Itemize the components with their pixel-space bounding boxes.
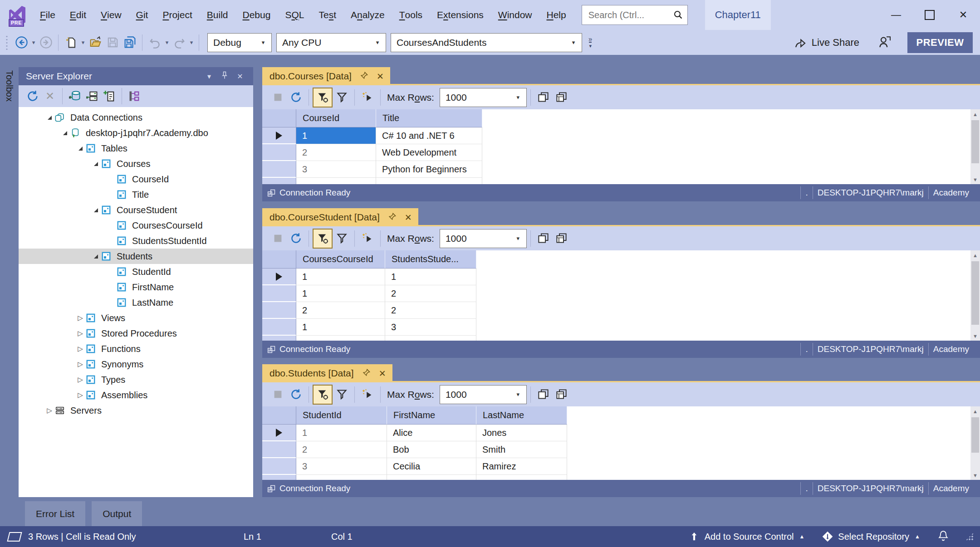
debug-config-combo[interactable]: Debug ▾ (207, 33, 272, 52)
table-row[interactable]: 22 (262, 302, 980, 319)
grid-cell[interactable]: 1 (296, 319, 385, 336)
account-icon[interactable] (877, 34, 892, 51)
row-selector-header[interactable] (262, 109, 296, 127)
column-header-coursescourseid[interactable]: CoursesCourseId (296, 250, 385, 269)
new-file-button[interactable] (62, 34, 79, 52)
collapsed-arrow-icon[interactable]: ▷ (44, 406, 55, 415)
tree-item-title[interactable]: Title (19, 187, 253, 202)
menu-file[interactable]: File (33, 0, 63, 30)
collapsed-arrow-icon[interactable]: ▷ (75, 376, 86, 384)
grid-cell[interactable] (476, 475, 567, 480)
new-row-placeholder[interactable] (262, 178, 980, 184)
grid-cell[interactable]: 2 (296, 144, 376, 161)
max-rows-combo[interactable]: 1000 ▾ (440, 229, 527, 248)
grid-cell[interactable] (296, 336, 385, 341)
tree-item-types[interactable]: ▷Types (19, 372, 253, 387)
navigate-back-button[interactable] (13, 34, 30, 52)
grid-cell[interactable]: Web Development (376, 144, 482, 161)
close-icon[interactable]: ✕ (405, 212, 412, 223)
menu-edit[interactable]: Edit (63, 0, 93, 30)
close-icon[interactable]: ✕ (377, 71, 384, 82)
open-file-button[interactable] (87, 34, 104, 52)
menu-test[interactable]: Test (311, 0, 343, 30)
refresh-button[interactable] (287, 229, 305, 248)
grid-cell[interactable]: 2 (385, 285, 476, 302)
grid-cell[interactable]: Smith (476, 441, 567, 458)
menu-view[interactable]: View (93, 0, 129, 30)
expanded-arrow-icon[interactable] (44, 113, 55, 122)
table-row[interactable]: 13 (262, 319, 980, 336)
stop-button[interactable] (269, 385, 287, 404)
tree-item-functions[interactable]: ▷Functions (19, 341, 253, 357)
scroll-down-icon[interactable]: ▼ (970, 331, 980, 341)
grid-cell[interactable]: 3 (296, 161, 376, 178)
tree-item-students[interactable]: Students (19, 249, 253, 264)
scrollbar-thumb[interactable] (971, 261, 979, 325)
tree-item-desktop-j1pqhr7-academy-dbo[interactable]: desktop-j1pqhr7.Academy.dbo (19, 125, 253, 141)
column-header-title[interactable]: Title (376, 109, 482, 127)
stop-button[interactable] (269, 229, 287, 248)
tree-item-data-connections[interactable]: Data Connections (19, 110, 253, 125)
run-script-button[interactable] (358, 88, 377, 107)
stop-refresh-button[interactable]: ✕ (41, 87, 59, 105)
tree-item-stored-procedures[interactable]: ▷Stored Procedures (19, 326, 253, 341)
redo-button[interactable] (171, 34, 188, 52)
row-selector[interactable] (262, 319, 296, 336)
filter-button[interactable] (333, 88, 351, 107)
filter-advanced-button[interactable] (313, 385, 333, 405)
platform-combo[interactable]: Any CPU ▾ (276, 33, 386, 52)
tree-item-courses[interactable]: Courses (19, 156, 253, 171)
redo-caret[interactable]: ▾ (188, 39, 195, 46)
run-script-button[interactable] (358, 385, 377, 404)
search-input[interactable] (588, 10, 673, 21)
add-to-source-control-button[interactable]: Add to Source Control ▲ (688, 531, 805, 542)
vertical-scrollbar[interactable]: ▲ ▼ (970, 109, 980, 184)
row-selector[interactable] (262, 441, 296, 458)
menu-debug[interactable]: Debug (235, 0, 278, 30)
minimize-button[interactable]: — (879, 0, 913, 30)
menu-sql[interactable]: SQL (278, 0, 311, 30)
row-selector[interactable] (262, 425, 296, 441)
show-script-pane-button[interactable] (534, 88, 553, 107)
column-header-studentsstude[interactable]: StudentsStude... (385, 250, 476, 269)
row-selector[interactable] (262, 269, 296, 285)
notifications-icon[interactable] (937, 530, 949, 544)
collapsed-arrow-icon[interactable]: ▷ (75, 345, 86, 353)
add-item-button[interactable] (101, 87, 118, 105)
grid-cell[interactable]: Alice (387, 425, 476, 441)
tree-item-assemblies[interactable]: ▷Assemblies (19, 387, 253, 403)
tree-item-servers[interactable]: ▷Servers (19, 403, 253, 418)
show-results-pane-button[interactable] (553, 88, 571, 107)
tree-item-views[interactable]: ▷Views (19, 310, 253, 326)
table-row[interactable]: 3CeciliaRamirez (262, 458, 980, 475)
row-selector-header[interactable] (262, 250, 296, 269)
menu-help[interactable]: Help (539, 0, 573, 30)
grid-cell[interactable] (385, 336, 476, 341)
new-file-caret[interactable]: ▾ (79, 39, 87, 46)
vertical-scrollbar[interactable]: ▲ ▼ (970, 406, 980, 480)
undo-button[interactable] (146, 34, 163, 52)
table-row[interactable]: 2BobSmith (262, 441, 980, 458)
show-script-pane-button[interactable] (534, 385, 553, 404)
resize-grip[interactable] (965, 532, 974, 541)
server-explorer-titlebar[interactable]: Server Explorer ▾ ✕ (19, 67, 253, 85)
filter-advanced-button[interactable] (313, 88, 333, 107)
refresh-button[interactable] (287, 88, 305, 107)
grid-cell[interactable]: 1 (296, 285, 385, 302)
new-row-placeholder[interactable] (262, 475, 980, 480)
max-rows-combo[interactable]: 1000 ▾ (440, 385, 527, 404)
scroll-up-icon[interactable]: ▲ (970, 406, 980, 416)
grid-cell[interactable]: 2 (296, 302, 385, 319)
collapsed-arrow-icon[interactable]: ▷ (75, 329, 86, 337)
table-row[interactable]: 1AliceJones (262, 425, 980, 441)
grid-cell[interactable]: Cecilia (387, 458, 476, 475)
tree-item-coursescourseid[interactable]: CoursesCourseId (19, 218, 253, 233)
column-header-courseid[interactable]: CourseId (296, 109, 376, 127)
grid-cell[interactable] (376, 178, 482, 184)
expanded-arrow-icon[interactable] (59, 129, 70, 137)
row-selector[interactable] (262, 161, 296, 178)
save-button[interactable] (104, 34, 121, 52)
menu-extensions[interactable]: Extensions (430, 0, 491, 30)
row-selector-header[interactable] (262, 406, 296, 425)
max-rows-combo[interactable]: 1000 ▾ (440, 88, 527, 107)
